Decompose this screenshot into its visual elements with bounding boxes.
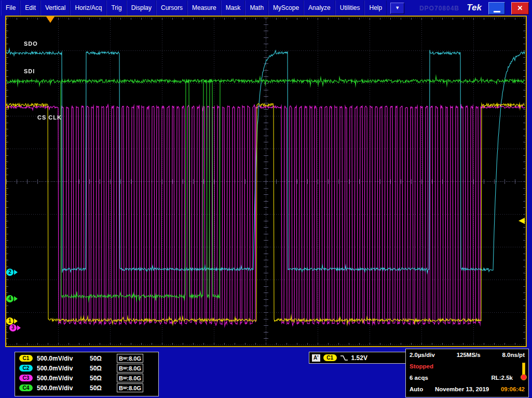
menu-myscope[interactable]: MyScope bbox=[268, 1, 304, 16]
channel-2-badge: C2 bbox=[19, 365, 33, 372]
menu-trig[interactable]: Trig bbox=[106, 1, 126, 16]
clock-time: 09:06:42 bbox=[501, 386, 525, 392]
menu-edit[interactable]: Edit bbox=[20, 1, 40, 16]
channel-3-badge: C3 bbox=[19, 375, 33, 381]
menu-horiz-acq[interactable]: Horiz/Acq bbox=[70, 1, 106, 16]
thermometer-bulb bbox=[521, 374, 527, 380]
menu-help[interactable]: Help bbox=[364, 1, 387, 16]
channel-4-bandwidth: BW:8.0G bbox=[117, 383, 143, 392]
trigger-level-value: 1.52V bbox=[351, 354, 367, 362]
menu-math[interactable]: Math bbox=[245, 1, 268, 16]
model-ghost-text: DPO70804B bbox=[419, 5, 459, 12]
menu-file[interactable]: File bbox=[1, 1, 20, 16]
trigger-readout[interactable]: A' C1 1.52V bbox=[309, 352, 410, 364]
menu-display[interactable]: Display bbox=[127, 1, 156, 16]
channel-2-readout[interactable]: C2 500.0mV/div 50Ω BW:8.0G bbox=[15, 363, 158, 373]
minimize-icon bbox=[494, 11, 500, 12]
channel-2-marker-label: 2 bbox=[6, 269, 13, 276]
channel-3-readout[interactable]: C3 500.0mV/div 50Ω BW:8.0G bbox=[15, 373, 158, 383]
menu-mask[interactable]: Mask bbox=[221, 1, 245, 16]
channel-3-impedance: 50Ω bbox=[90, 375, 117, 382]
trigger-slope-icon bbox=[340, 354, 348, 362]
channel-1-marker-label: 1 bbox=[6, 317, 13, 325]
channel-1-readout[interactable]: C1 500.0mV/div 50Ω BW:8.0G bbox=[15, 353, 158, 363]
acquisition-state: Stopped bbox=[410, 363, 433, 369]
chevron-down-icon: ▼ bbox=[395, 5, 400, 10]
channel-4-readout[interactable]: C4 500.0mV/div 50Ω BW:8.0G bbox=[15, 383, 158, 393]
resolution-readout: 8.0ns/pt bbox=[502, 352, 525, 358]
menu-dropdown-button[interactable]: ▼ bbox=[390, 3, 404, 14]
channel-4-marker[interactable]: 4 bbox=[6, 295, 18, 302]
record-length: RL:2.5k bbox=[491, 375, 513, 381]
menu-vertical[interactable]: Vertical bbox=[40, 1, 70, 16]
channel-4-impedance: 50Ω bbox=[90, 384, 117, 392]
channel-1-marker[interactable]: 1 bbox=[6, 317, 18, 325]
channel-4-badge: C4 bbox=[19, 384, 33, 391]
minimize-button[interactable] bbox=[488, 2, 505, 15]
channel-readouts: C1 500.0mV/div 50Ω BW:8.0G C2 500.0mV/di… bbox=[15, 352, 159, 396]
channel-2-bandwidth: BW:8.0G bbox=[117, 364, 143, 373]
trigger-a-badge: A' bbox=[312, 354, 320, 362]
channel-3-arrow-icon bbox=[17, 325, 21, 330]
menu-measure[interactable]: Measure bbox=[187, 1, 221, 16]
sample-rate-readout: 125MS/s bbox=[457, 352, 481, 358]
menu-utilities[interactable]: Utilities bbox=[335, 1, 365, 16]
channel-1-impedance: 50Ω bbox=[90, 355, 117, 362]
timebase-readout: 2.0µs/div bbox=[410, 352, 435, 358]
channel-1-badge: C1 bbox=[19, 355, 33, 362]
trigger-mode: Auto bbox=[410, 386, 423, 392]
menu-analyze[interactable]: Analyze bbox=[304, 1, 335, 16]
channel-2-scale: 500.0mV/div bbox=[37, 365, 90, 372]
tek-logo: Tek bbox=[467, 3, 482, 13]
trigger-level-arrow[interactable] bbox=[519, 218, 525, 224]
channel-1-scale: 500.0mV/div bbox=[37, 355, 90, 362]
channel-2-arrow-icon bbox=[14, 270, 18, 275]
thermometer-icon bbox=[521, 363, 526, 380]
tekscope-window: File Edit Vertical Horiz/Acq Trig Displa… bbox=[0, 0, 532, 398]
trigger-source-badge: C1 bbox=[323, 354, 337, 361]
trace-label-sdi: SDI bbox=[24, 68, 35, 74]
channel-3-scale: 500.0mV/div bbox=[37, 375, 90, 382]
close-icon: ✕ bbox=[517, 4, 523, 12]
readout-bar: C1 500.0mV/div 50Ω BW:8.0G C2 500.0mV/di… bbox=[0, 347, 532, 398]
scope-display: SDO SDI CS CLK 2 4 3 1 bbox=[5, 16, 527, 347]
menu-bar: File Edit Vertical Horiz/Acq Trig Displa… bbox=[0, 0, 532, 16]
channel-4-marker-label: 4 bbox=[6, 295, 13, 302]
channel-2-impedance: 50Ω bbox=[90, 365, 117, 372]
acquisition-readout: 2.0µs/div 125MS/s 8.0ns/pt Stopped 6 acq… bbox=[405, 349, 529, 397]
channel-4-arrow-icon bbox=[14, 296, 18, 301]
channel-1-arrow-icon bbox=[14, 319, 18, 324]
channel-3-marker[interactable]: 3 bbox=[9, 324, 21, 331]
acquisition-count: 6 acqs bbox=[410, 375, 428, 381]
menu-cursors[interactable]: Cursors bbox=[156, 1, 187, 16]
waveform-canvas bbox=[6, 18, 525, 345]
close-button[interactable]: ✕ bbox=[511, 2, 529, 15]
date-readout: November 13, 2019 bbox=[435, 386, 489, 392]
channel-1-bandwidth: BW:8.0G bbox=[117, 354, 143, 363]
trace-label-cs-clk: CS CLK bbox=[37, 114, 62, 121]
channel-3-bandwidth: BW:8.0G bbox=[117, 374, 143, 382]
channel-3-marker-label: 3 bbox=[9, 324, 17, 331]
trace-label-sdo: SDO bbox=[24, 41, 38, 47]
channel-4-scale: 500.0mV/div bbox=[37, 384, 90, 392]
channel-2-marker[interactable]: 2 bbox=[6, 269, 18, 276]
trigger-position-marker[interactable] bbox=[46, 17, 54, 23]
